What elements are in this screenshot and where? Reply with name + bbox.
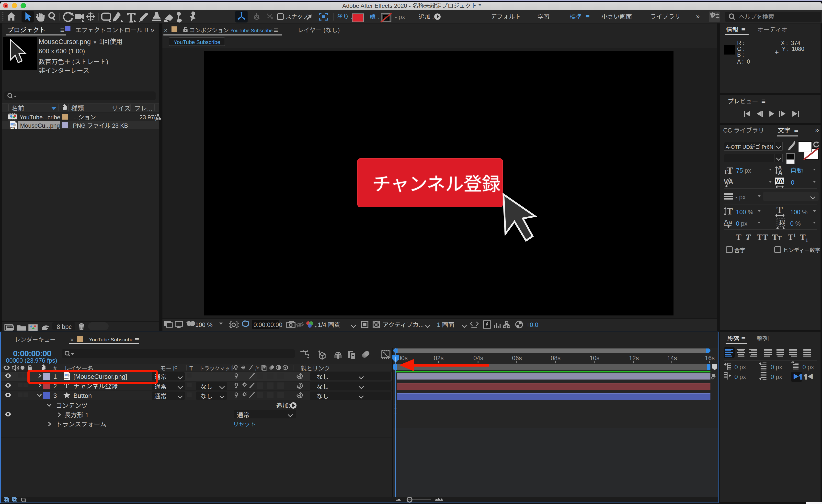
svg-text:VA: VA [776, 177, 784, 185]
svg-text:T: T [777, 205, 783, 215]
svg-text:A: A [724, 218, 729, 226]
svg-text:A: A [778, 169, 783, 176]
svg-text:T: T [727, 165, 733, 176]
svg-text:fx: fx [256, 365, 259, 371]
svg-text:a: a [729, 219, 732, 225]
svg-text:あ: あ [778, 217, 784, 227]
svg-text:PNG: PNG [10, 127, 15, 129]
svg-text:T: T [727, 206, 733, 216]
